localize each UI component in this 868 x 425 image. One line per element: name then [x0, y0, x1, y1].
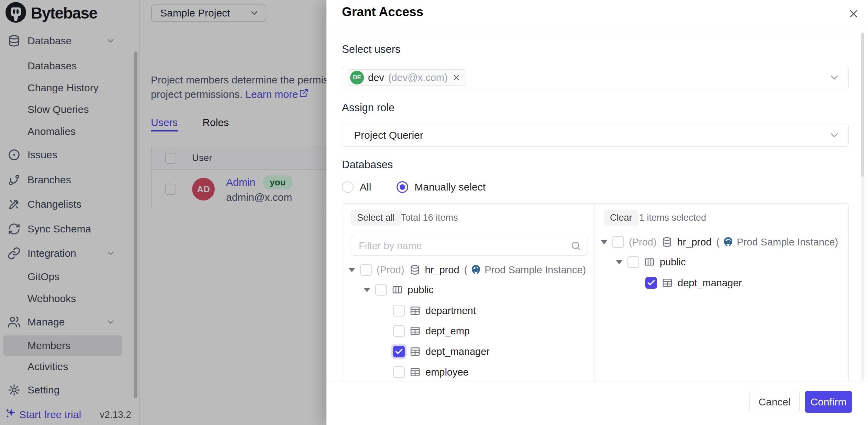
close-icon[interactable]	[847, 8, 861, 21]
select-users-input[interactable]: DE dev (dev@x.com)	[342, 66, 849, 89]
checkbox-checked[interactable]	[645, 277, 657, 289]
checkbox[interactable]	[393, 366, 405, 378]
avatar: DE	[350, 71, 364, 84]
filter-input[interactable]	[351, 240, 570, 252]
select-users-label: Select users	[342, 43, 401, 56]
body-footer-divider	[326, 381, 868, 381]
checkbox[interactable]	[393, 325, 405, 337]
chip-user-name: dev	[368, 72, 384, 83]
checkbox[interactable]	[360, 264, 372, 276]
database-icon	[409, 264, 420, 275]
checkbox[interactable]	[627, 256, 639, 268]
database-transfer-list: Select all Total 16 items (Prod) hr_prod…	[342, 203, 849, 381]
role-select[interactable]: Project Querier	[342, 124, 849, 147]
role-select-value: Project Querier	[354, 129, 423, 141]
table-icon	[410, 346, 421, 357]
chip-user-email: (dev@x.com)	[388, 72, 448, 83]
total-items-label: Total 16 items	[401, 213, 458, 223]
tree-row-table[interactable]: employee	[342, 362, 594, 381]
tree-row-schema[interactable]: public	[342, 279, 594, 300]
caret-down-icon[interactable]	[601, 240, 608, 244]
clear-button[interactable]: Clear	[604, 210, 638, 226]
modal-scrollbar-thumb[interactable]	[861, 33, 864, 177]
table-icon	[410, 367, 421, 378]
header-divider	[326, 31, 868, 31]
database-scope-radios: All Manually select	[342, 181, 486, 193]
tree-row-database[interactable]: (Prod) hr_prod (Prod Sample Instance)	[594, 232, 849, 252]
radio-all[interactable]	[342, 181, 354, 193]
caret-down-icon[interactable]	[364, 288, 370, 292]
caret-down-icon[interactable]	[616, 260, 623, 264]
postgresql-icon	[470, 264, 482, 276]
confirm-button[interactable]: Confirm	[805, 391, 852, 413]
tree-row-table[interactable]: department	[342, 300, 594, 321]
tree-row-schema[interactable]: public	[594, 252, 849, 272]
transfer-source-panel: Select all Total 16 items (Prod) hr_prod…	[342, 204, 594, 381]
selected-user-chip: DE dev (dev@x.com)	[348, 69, 466, 86]
checkbox[interactable]	[375, 284, 387, 296]
table-icon	[662, 277, 673, 288]
databases-label: Databases	[342, 159, 393, 171]
tree-row-table-selected[interactable]: dept_manager	[342, 341, 594, 362]
radio-all-label: All	[360, 181, 371, 193]
tree-row-table-selected[interactable]: dept_manager	[594, 273, 849, 293]
table-icon	[410, 325, 421, 336]
table-icon	[410, 305, 421, 316]
postgresql-icon	[722, 236, 734, 248]
tree-row-table[interactable]: dept_emp	[342, 321, 594, 341]
assign-role-label: Assign role	[342, 102, 394, 114]
selected-count-label: 1 items selected	[639, 213, 706, 223]
schema-icon	[644, 256, 655, 267]
checkbox[interactable]	[393, 305, 405, 317]
chevron-down-icon	[828, 72, 840, 83]
search-icon	[570, 240, 581, 251]
filter-input-wrap	[351, 236, 588, 256]
radio-manually-select[interactable]	[397, 181, 408, 193]
caret-down-icon[interactable]	[348, 268, 355, 272]
database-icon	[661, 237, 672, 248]
grant-access-modal: Grant Access Select users DE dev (dev@x.…	[326, 0, 868, 425]
checkbox[interactable]	[612, 236, 624, 248]
transfer-selected-panel: Clear 1 items selected (Prod) hr_prod (P…	[594, 204, 849, 381]
chevron-down-icon	[828, 129, 840, 141]
schema-icon	[392, 284, 403, 295]
radio-manual-label: Manually select	[414, 181, 486, 193]
bytebase-app: Bytebase Database Databases Change Histo…	[0, 0, 868, 425]
cancel-button[interactable]: Cancel	[749, 391, 800, 413]
tree-row-database[interactable]: (Prod) hr_prod (Prod Sample Instance)	[342, 260, 594, 280]
remove-user-icon[interactable]	[452, 73, 461, 82]
checkbox-checked[interactable]	[393, 346, 405, 357]
select-all-button[interactable]: Select all	[351, 210, 401, 226]
modal-title: Grant Access	[342, 5, 423, 19]
